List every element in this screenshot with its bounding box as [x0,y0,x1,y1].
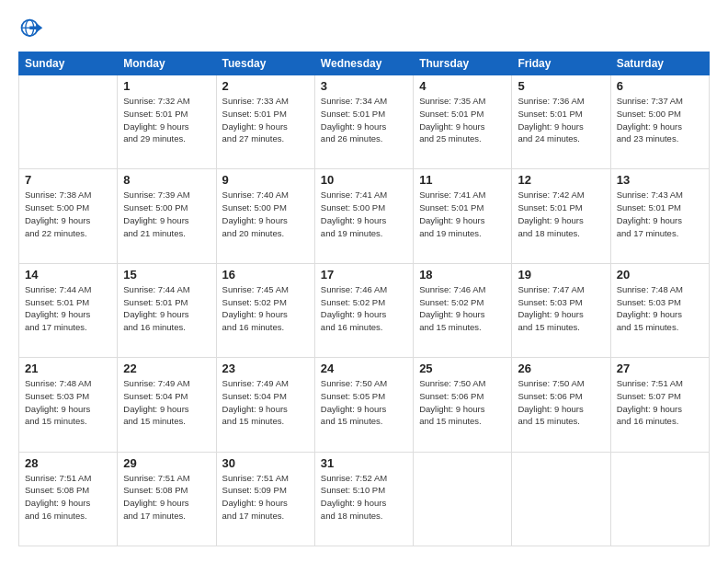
day-detail: Sunrise: 7:48 AM Sunset: 5:03 PM Dayligh… [617,283,703,334]
calendar-cell [610,452,709,546]
calendar-cell [414,452,512,546]
calendar-cell: 16Sunrise: 7:45 AM Sunset: 5:02 PM Dayli… [216,263,314,357]
day-number: 1 [123,79,210,93]
calendar-cell: 9Sunrise: 7:40 AM Sunset: 5:00 PM Daylig… [216,169,314,263]
day-number: 16 [222,268,309,282]
day-number: 25 [419,362,506,375]
day-number: 3 [321,79,407,93]
calendar-cell: 12Sunrise: 7:42 AM Sunset: 5:01 PM Dayli… [512,169,610,263]
day-detail: Sunrise: 7:50 AM Sunset: 5:06 PM Dayligh… [518,377,604,428]
weekday-header-wednesday: Wednesday [314,52,413,75]
calendar-cell: 2Sunrise: 7:33 AM Sunset: 5:01 PM Daylig… [216,75,314,169]
calendar-cell: 31Sunrise: 7:52 AM Sunset: 5:10 PM Dayli… [314,452,413,546]
header [18,17,710,42]
day-number: 13 [617,173,703,187]
week-row-1: 1Sunrise: 7:32 AM Sunset: 5:01 PM Daylig… [19,75,710,169]
weekday-header-tuesday: Tuesday [216,52,314,75]
day-detail: Sunrise: 7:51 AM Sunset: 5:08 PM Dayligh… [25,472,111,523]
day-number: 12 [518,173,604,187]
calendar-cell: 19Sunrise: 7:47 AM Sunset: 5:03 PM Dayli… [512,263,610,357]
calendar-cell: 15Sunrise: 7:44 AM Sunset: 5:01 PM Dayli… [118,263,216,357]
calendar-cell: 25Sunrise: 7:50 AM Sunset: 5:06 PM Dayli… [414,358,512,452]
day-detail: Sunrise: 7:41 AM Sunset: 5:00 PM Dayligh… [321,189,407,239]
day-detail: Sunrise: 7:46 AM Sunset: 5:02 PM Dayligh… [419,283,506,334]
day-detail: Sunrise: 7:50 AM Sunset: 5:06 PM Dayligh… [419,377,506,428]
calendar-header: SundayMondayTuesdayWednesdayThursdayFrid… [19,52,710,75]
weekday-header-sunday: Sunday [19,52,118,75]
week-row-5: 28Sunrise: 7:51 AM Sunset: 5:08 PM Dayli… [19,452,710,546]
day-number: 14 [25,268,111,282]
calendar-cell: 3Sunrise: 7:34 AM Sunset: 5:01 PM Daylig… [314,75,413,169]
day-detail: Sunrise: 7:32 AM Sunset: 5:01 PM Dayligh… [123,95,210,145]
day-number: 2 [222,79,309,93]
day-number: 15 [123,268,210,282]
day-detail: Sunrise: 7:39 AM Sunset: 5:00 PM Dayligh… [123,189,210,239]
day-detail: Sunrise: 7:48 AM Sunset: 5:03 PM Dayligh… [25,377,111,428]
calendar-cell: 29Sunrise: 7:51 AM Sunset: 5:08 PM Dayli… [118,452,216,546]
day-detail: Sunrise: 7:49 AM Sunset: 5:04 PM Dayligh… [222,377,309,428]
day-detail: Sunrise: 7:46 AM Sunset: 5:02 PM Dayligh… [321,283,407,334]
logo [18,17,48,42]
day-number: 26 [518,362,604,375]
calendar-cell: 7Sunrise: 7:38 AM Sunset: 5:00 PM Daylig… [19,169,118,263]
day-detail: Sunrise: 7:33 AM Sunset: 5:01 PM Dayligh… [222,95,309,145]
day-detail: Sunrise: 7:36 AM Sunset: 5:01 PM Dayligh… [518,95,604,145]
day-number: 29 [123,456,210,470]
week-row-4: 21Sunrise: 7:48 AM Sunset: 5:03 PM Dayli… [19,358,710,452]
weekday-header-saturday: Saturday [610,52,709,75]
week-row-2: 7Sunrise: 7:38 AM Sunset: 5:00 PM Daylig… [19,169,710,263]
day-number: 24 [321,362,407,375]
calendar: SundayMondayTuesdayWednesdayThursdayFrid… [18,52,710,546]
day-number: 23 [222,362,309,375]
day-number: 9 [222,173,309,187]
day-number: 21 [25,362,111,375]
weekday-header-friday: Friday [512,52,610,75]
day-detail: Sunrise: 7:34 AM Sunset: 5:01 PM Dayligh… [321,95,407,145]
calendar-body: 1Sunrise: 7:32 AM Sunset: 5:01 PM Daylig… [19,75,710,546]
calendar-cell: 30Sunrise: 7:51 AM Sunset: 5:09 PM Dayli… [216,452,314,546]
day-detail: Sunrise: 7:41 AM Sunset: 5:01 PM Dayligh… [419,189,506,239]
day-detail: Sunrise: 7:45 AM Sunset: 5:02 PM Dayligh… [222,283,309,334]
day-number: 8 [123,173,210,187]
day-detail: Sunrise: 7:51 AM Sunset: 5:07 PM Dayligh… [617,377,703,428]
calendar-cell: 6Sunrise: 7:37 AM Sunset: 5:00 PM Daylig… [610,75,709,169]
page: SundayMondayTuesdayWednesdayThursdayFrid… [0,0,728,563]
calendar-cell: 8Sunrise: 7:39 AM Sunset: 5:00 PM Daylig… [118,169,216,263]
calendar-cell: 22Sunrise: 7:49 AM Sunset: 5:04 PM Dayli… [118,358,216,452]
day-detail: Sunrise: 7:37 AM Sunset: 5:00 PM Dayligh… [617,95,703,145]
calendar-cell: 18Sunrise: 7:46 AM Sunset: 5:02 PM Dayli… [414,263,512,357]
day-detail: Sunrise: 7:42 AM Sunset: 5:01 PM Dayligh… [518,189,604,239]
day-number: 17 [321,268,407,282]
day-detail: Sunrise: 7:35 AM Sunset: 5:01 PM Dayligh… [419,95,506,145]
calendar-cell: 26Sunrise: 7:50 AM Sunset: 5:06 PM Dayli… [512,358,610,452]
weekday-header-thursday: Thursday [414,52,512,75]
weekday-header-monday: Monday [118,52,216,75]
calendar-cell: 13Sunrise: 7:43 AM Sunset: 5:01 PM Dayli… [610,169,709,263]
day-detail: Sunrise: 7:38 AM Sunset: 5:00 PM Dayligh… [25,189,111,239]
day-number: 20 [617,268,703,282]
day-detail: Sunrise: 7:40 AM Sunset: 5:00 PM Dayligh… [222,189,309,239]
weekday-row: SundayMondayTuesdayWednesdayThursdayFrid… [19,52,710,75]
day-number: 7 [25,173,111,187]
day-number: 19 [518,268,604,282]
day-detail: Sunrise: 7:50 AM Sunset: 5:05 PM Dayligh… [321,377,407,428]
day-detail: Sunrise: 7:49 AM Sunset: 5:04 PM Dayligh… [123,377,210,428]
calendar-cell: 21Sunrise: 7:48 AM Sunset: 5:03 PM Dayli… [19,358,118,452]
calendar-cell: 11Sunrise: 7:41 AM Sunset: 5:01 PM Dayli… [414,169,512,263]
calendar-cell: 24Sunrise: 7:50 AM Sunset: 5:05 PM Dayli… [314,358,413,452]
day-number: 6 [617,79,703,93]
calendar-cell: 20Sunrise: 7:48 AM Sunset: 5:03 PM Dayli… [610,263,709,357]
day-detail: Sunrise: 7:43 AM Sunset: 5:01 PM Dayligh… [617,189,703,239]
calendar-cell: 10Sunrise: 7:41 AM Sunset: 5:00 PM Dayli… [314,169,413,263]
calendar-cell: 28Sunrise: 7:51 AM Sunset: 5:08 PM Dayli… [19,452,118,546]
calendar-cell: 17Sunrise: 7:46 AM Sunset: 5:02 PM Dayli… [314,263,413,357]
day-number: 11 [419,173,506,187]
day-number: 28 [25,456,111,470]
day-number: 27 [617,362,703,375]
calendar-cell: 1Sunrise: 7:32 AM Sunset: 5:01 PM Daylig… [118,75,216,169]
day-number: 10 [321,173,407,187]
day-detail: Sunrise: 7:47 AM Sunset: 5:03 PM Dayligh… [518,283,604,334]
day-detail: Sunrise: 7:51 AM Sunset: 5:09 PM Dayligh… [222,472,309,523]
day-detail: Sunrise: 7:44 AM Sunset: 5:01 PM Dayligh… [123,283,210,334]
week-row-3: 14Sunrise: 7:44 AM Sunset: 5:01 PM Dayli… [19,263,710,357]
